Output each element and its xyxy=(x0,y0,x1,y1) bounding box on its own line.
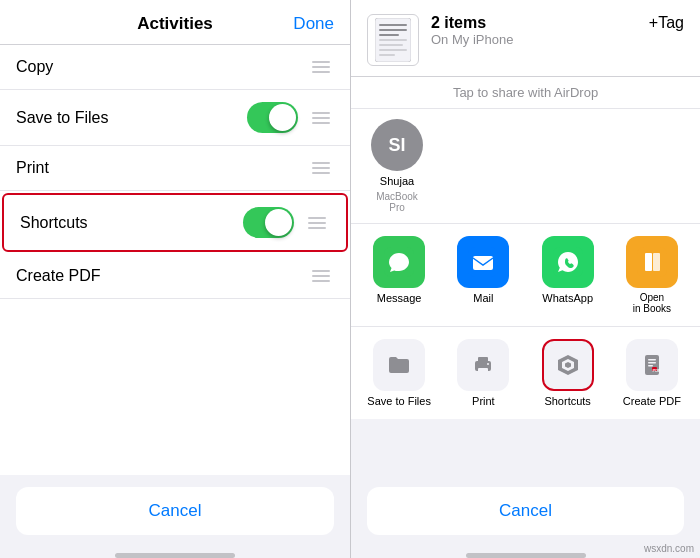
create-pdf-action-label: Create PDF xyxy=(623,395,681,407)
toggle-knob xyxy=(269,104,296,131)
create-pdf-drag[interactable] xyxy=(308,266,334,286)
app-icon-whatsapp[interactable]: WhatsApp xyxy=(528,236,608,314)
svg-rect-14 xyxy=(653,253,660,271)
list-item-print: Print xyxy=(0,146,350,191)
svg-rect-13 xyxy=(645,253,652,271)
copy-right xyxy=(308,57,334,77)
done-button[interactable]: Done xyxy=(293,14,334,34)
list-item-shortcuts: Shortcuts xyxy=(2,193,348,252)
tag-button[interactable]: +Tag xyxy=(649,14,684,32)
svg-rect-10 xyxy=(473,256,493,270)
shortcuts-action-icon xyxy=(542,339,594,391)
whatsapp-label: WhatsApp xyxy=(542,292,593,304)
right-cancel-button[interactable]: Cancel xyxy=(367,487,684,535)
print-action-label: Print xyxy=(472,395,495,407)
svg-rect-6 xyxy=(379,49,407,51)
action-print[interactable]: Print xyxy=(443,339,523,407)
contact-avatar: SI xyxy=(371,119,423,171)
list-item-copy: Copy xyxy=(0,45,350,90)
save-to-files-toggle[interactable] xyxy=(247,102,298,133)
save-to-files-label: Save to Files xyxy=(16,109,108,127)
save-to-files-action-icon xyxy=(373,339,425,391)
airdrop-contacts: SI Shujaa MacBook Pro xyxy=(351,109,700,224)
print-drag[interactable] xyxy=(308,158,334,178)
file-thumbnail xyxy=(367,14,419,66)
print-right xyxy=(308,158,334,178)
create-pdf-action-icon: PDF xyxy=(626,339,678,391)
home-indicator-right xyxy=(466,553,586,558)
home-indicator-left xyxy=(115,553,235,558)
file-count: 2 items xyxy=(431,14,637,32)
svg-rect-24 xyxy=(648,362,656,364)
shortcuts-action-label: Shortcuts xyxy=(544,395,590,407)
file-location: On My iPhone xyxy=(431,32,637,47)
file-header-right: +Tag xyxy=(649,14,684,32)
action-create-pdf[interactable]: PDF Create PDF xyxy=(612,339,692,407)
action-save-to-files[interactable]: Save to Files xyxy=(359,339,439,407)
svg-rect-1 xyxy=(379,24,407,26)
watermark: wsxdn.com xyxy=(644,543,694,554)
svg-rect-17 xyxy=(478,368,488,373)
app-icon-mail[interactable]: Mail xyxy=(443,236,523,314)
message-icon xyxy=(373,236,425,288)
shortcuts-toggle-knob xyxy=(265,209,292,236)
svg-rect-23 xyxy=(648,359,656,361)
copy-drag-handle[interactable] xyxy=(308,57,334,77)
save-to-files-drag[interactable] xyxy=(308,108,334,128)
app-icons-row: Message Mail WhatsApp xyxy=(351,224,700,327)
svg-rect-3 xyxy=(379,34,399,36)
svg-rect-25 xyxy=(648,365,653,367)
app-icon-books[interactable]: Open in Books xyxy=(612,236,692,314)
svg-rect-7 xyxy=(379,54,395,56)
action-shortcuts[interactable]: Shortcuts xyxy=(528,339,608,407)
whatsapp-icon xyxy=(542,236,594,288)
right-cancel-row: Cancel xyxy=(351,475,700,547)
airdrop-contact-shujaa[interactable]: SI Shujaa MacBook Pro xyxy=(367,119,427,213)
airdrop-hint: Tap to share with AirDrop xyxy=(351,77,700,109)
svg-rect-16 xyxy=(478,357,488,363)
left-cancel-row: Cancel xyxy=(0,475,350,547)
copy-label: Copy xyxy=(16,58,53,76)
right-panel: 2 items On My iPhone +Tag Tap to share w… xyxy=(351,0,700,558)
shortcuts-toggle[interactable] xyxy=(243,207,294,238)
create-pdf-right xyxy=(308,266,334,286)
action-icons-row: Save to Files Print xyxy=(351,327,700,419)
svg-rect-4 xyxy=(379,39,407,41)
message-label: Message xyxy=(377,292,422,304)
shortcuts-drag[interactable] xyxy=(304,213,330,233)
books-icon xyxy=(626,236,678,288)
contact-name: Shujaa xyxy=(380,175,414,187)
mail-label: Mail xyxy=(473,292,493,304)
list-item-create-pdf: Create PDF xyxy=(0,254,350,299)
left-panel: Activities Done Copy Save to Files xyxy=(0,0,350,558)
list-item-save-to-files: Save to Files xyxy=(0,90,350,146)
shortcuts-label: Shortcuts xyxy=(20,214,88,232)
save-to-files-action-label: Save to Files xyxy=(367,395,431,407)
left-cancel-button[interactable]: Cancel xyxy=(16,487,334,535)
activities-header: Activities Done xyxy=(0,0,350,45)
save-to-files-right xyxy=(247,102,334,133)
file-info: 2 items On My iPhone xyxy=(431,14,637,47)
file-icon xyxy=(375,18,411,62)
svg-rect-2 xyxy=(379,29,407,31)
shortcuts-right xyxy=(243,207,330,238)
books-label: Open in Books xyxy=(633,292,671,314)
svg-point-18 xyxy=(487,363,489,365)
svg-rect-5 xyxy=(379,44,403,46)
contact-sub: MacBook Pro xyxy=(367,191,427,213)
app-icon-message[interactable]: Message xyxy=(359,236,439,314)
svg-text:PDF: PDF xyxy=(652,368,661,373)
activities-title: Activities xyxy=(137,14,213,34)
print-action-icon xyxy=(457,339,509,391)
mail-icon xyxy=(457,236,509,288)
print-label: Print xyxy=(16,159,49,177)
file-header: 2 items On My iPhone +Tag xyxy=(351,0,700,77)
create-pdf-label: Create PDF xyxy=(16,267,100,285)
activities-list: Copy Save to Files Print xyxy=(0,45,350,475)
